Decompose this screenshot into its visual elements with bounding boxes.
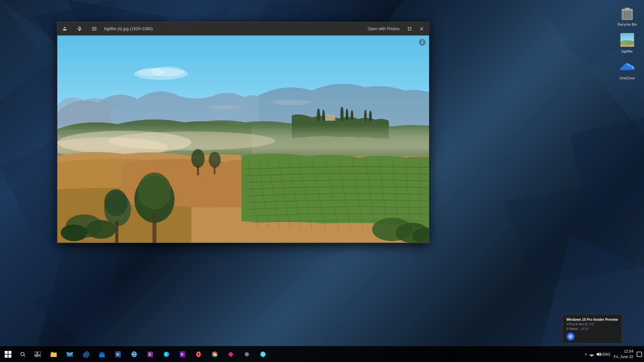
notification-center-button[interactable] [636,351,643,358]
svg-rect-28 [408,27,411,30]
desktop-icon-bgdftw[interactable]: bgdftw [614,30,641,55]
info-icon[interactable]: ℹ [418,38,426,46]
svg-rect-25 [92,27,97,28]
svg-point-45 [108,131,275,150]
svg-rect-63 [152,213,156,243]
taskbar-onenote[interactable]: N [174,346,191,362]
cortana-icon [567,333,575,341]
svg-point-65 [104,189,128,216]
svg-rect-91 [38,352,41,355]
bgdftw-label: bgdftw [622,49,633,54]
svg-point-118 [247,354,248,355]
svg-point-88 [21,352,24,356]
svg-point-36 [351,110,353,121]
close-button[interactable] [417,24,426,34]
svg-point-38 [369,111,372,121]
viewer-titlebar: bgdftw (4).jpg (644×362) Open with Pho… [57,22,429,36]
clock-date: Fri, June 22 [614,354,633,359]
image-viewer-window: bgdftw (4).jpg (644×362) Open with Pho… [57,22,429,243]
taskbar-store[interactable] [94,346,110,362]
svg-point-79 [138,68,165,76]
pin-button[interactable] [75,24,84,34]
svg-rect-76 [214,166,215,174]
onedrive-icon [619,59,635,75]
taskbar-skype[interactable]: S [158,346,174,362]
svg-text:N: N [181,353,183,356]
recycle-bin-label: Recycle Bin [618,22,637,27]
clock-time: 12:54 [614,349,633,354]
svg-point-112 [197,352,200,357]
svg-text:S: S [149,353,151,356]
onedrive-label: OneDrive [620,76,635,80]
system-tray: ∧ ENG [583,351,611,358]
svg-rect-95 [51,352,53,353]
titlebar-right: Open with Photos [365,24,426,34]
taskbar-clock[interactable]: 12:54 Fri, June 22 [611,349,636,359]
svg-point-122 [591,356,592,357]
svg-rect-26 [92,28,97,29]
start-button[interactable] [0,346,16,362]
svg-point-114 [214,353,216,355]
svg-rect-92 [35,356,36,357]
taskbar-app-diamond[interactable] [223,346,239,362]
taskbar-opera[interactable] [191,346,207,362]
svg-rect-27 [92,30,97,31]
volume-icon[interactable] [596,351,602,358]
svg-rect-93 [37,356,41,357]
taskbar-chrome[interactable] [207,346,223,362]
share-button[interactable] [60,24,69,34]
svg-rect-98 [99,353,105,354]
tray-chevron[interactable]: ∧ [584,352,588,357]
viewer-filename: bgdftw (4).jpg (644×362) [104,26,153,31]
svg-rect-39 [325,116,335,121]
taskbar-globe[interactable] [255,346,271,362]
taskbar-mail[interactable] [62,346,78,362]
svg-rect-74 [197,165,199,175]
titlebar-left: bgdftw (4).jpg (644×362) [60,24,153,34]
search-button[interactable] [16,346,30,362]
svg-point-35 [345,109,348,121]
svg-point-69 [61,225,88,241]
bgdftw-icon [619,32,635,48]
taskbar-apps: W S [46,346,583,362]
windows-notification: Windows 10 Pro Insider Preview 17© p &-'… [562,314,622,344]
taskbar-steam[interactable] [239,346,255,362]
svg-point-34 [340,107,343,121]
svg-point-37 [364,110,367,122]
svg-line-89 [24,355,25,357]
taskbar-edge[interactable] [78,346,94,362]
maximize-button[interactable] [405,24,414,34]
svg-point-32 [317,108,320,122]
notification-title: Windows 10 Pro Insider Preview [567,317,618,322]
desktop-icons-area: Recycle Bin [610,0,644,82]
svg-text:W: W [116,353,119,356]
desktop-icon-onedrive[interactable]: OneDrive [614,57,641,82]
task-view-button[interactable] [30,346,46,362]
svg-rect-40 [327,114,330,116]
desktop: Recycle Bin [0,0,644,362]
open-with-photos-button[interactable]: Open with Photos [365,25,402,33]
menu-button[interactable] [90,24,99,34]
svg-text:S: S [165,353,167,356]
taskbar-file-explorer[interactable] [46,346,62,362]
svg-point-80 [272,100,312,105]
taskbar-word[interactable]: W [110,346,126,362]
taskbar-browser[interactable] [126,346,142,362]
svg-point-83 [570,336,571,337]
taskbar-app-purple[interactable]: S [142,346,158,362]
svg-rect-86 [5,355,8,358]
svg-point-68 [86,220,116,239]
notification-line1: 17© p &-'tere [0, 17] [567,322,618,327]
desktop-icon-recycle-bin[interactable]: Recycle Bin [614,3,641,28]
svg-rect-84 [5,351,8,354]
svg-rect-18 [625,8,630,9]
language-icon[interactable]: ENG [603,351,610,358]
svg-rect-90 [35,352,37,355]
svg-point-81 [208,105,241,110]
svg-rect-41 [333,114,334,116]
network-icon[interactable] [588,351,595,358]
svg-rect-87 [8,355,11,358]
svg-point-73 [191,149,205,168]
svg-rect-66 [115,221,118,243]
recycle-bin-icon [619,5,635,21]
